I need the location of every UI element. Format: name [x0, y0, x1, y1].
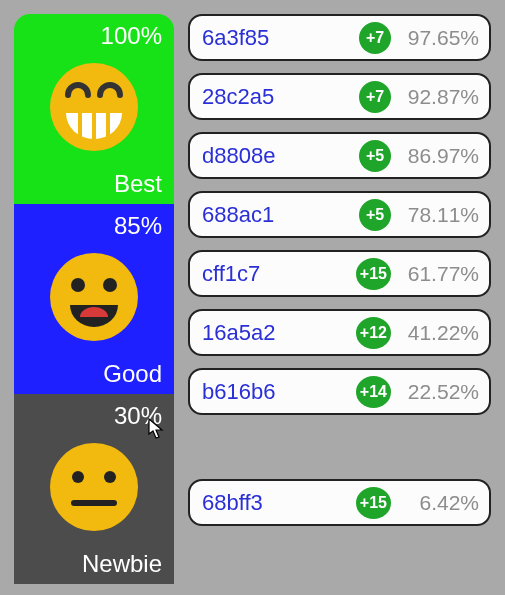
player-percent: 86.97%: [401, 144, 479, 168]
tier-newbie[interactable]: 30% Newbie: [14, 394, 174, 584]
player-id: 6a3f85: [202, 25, 359, 51]
face-grin-icon: [44, 57, 144, 157]
player-row[interactable]: b616b6 +14 22.52%: [188, 368, 491, 415]
player-row[interactable]: d8808e +5 86.97%: [188, 132, 491, 179]
player-percent: 78.11%: [401, 203, 479, 227]
tier-label: Good: [103, 360, 162, 388]
player-list: 6a3f85 +7 97.65% 28c2a5 +7 92.87% d8808e…: [188, 14, 491, 584]
player-id: 68bff3: [202, 490, 356, 516]
svg-point-4: [50, 253, 138, 341]
player-percent: 97.65%: [401, 26, 479, 50]
player-percent: 61.77%: [401, 262, 479, 286]
tier-label: Newbie: [82, 550, 162, 578]
player-id: 28c2a5: [202, 84, 359, 110]
player-id: cff1c7: [202, 261, 356, 287]
delta-badge: +15: [356, 258, 391, 290]
player-row[interactable]: 68bff3 +15 6.42%: [188, 479, 491, 526]
delta-badge: +12: [356, 317, 391, 349]
player-row[interactable]: cff1c7 +15 61.77%: [188, 250, 491, 297]
face-neutral-icon: [44, 437, 144, 537]
delta-badge: +5: [359, 140, 391, 172]
tier-percent: 30%: [114, 402, 162, 430]
delta-badge: +5: [359, 199, 391, 231]
tier-column: 100% Best 85% Good 30% Newbie: [14, 14, 174, 584]
player-percent: 92.87%: [401, 85, 479, 109]
tier-percent: 100%: [101, 22, 162, 50]
delta-badge: +7: [359, 81, 391, 113]
svg-point-8: [72, 471, 84, 483]
player-id: 16a5a2: [202, 320, 356, 346]
leaderboard-container: 100% Best 85% Good 30% Newbie: [0, 0, 505, 584]
player-row[interactable]: 28c2a5 +7 92.87%: [188, 73, 491, 120]
player-percent: 6.42%: [401, 491, 479, 515]
tier-label: Best: [114, 170, 162, 198]
list-gap: [188, 427, 491, 467]
svg-point-7: [50, 443, 138, 531]
player-row[interactable]: 688ac1 +5 78.11%: [188, 191, 491, 238]
player-id: 688ac1: [202, 202, 359, 228]
delta-badge: +7: [359, 22, 391, 54]
player-id: d8808e: [202, 143, 359, 169]
player-row[interactable]: 16a5a2 +12 41.22%: [188, 309, 491, 356]
face-smile-icon: [44, 247, 144, 347]
player-percent: 22.52%: [401, 380, 479, 404]
player-id: b616b6: [202, 379, 356, 405]
tier-best[interactable]: 100% Best: [14, 14, 174, 204]
player-percent: 41.22%: [401, 321, 479, 345]
tier-percent: 85%: [114, 212, 162, 240]
delta-badge: +14: [356, 376, 391, 408]
player-row[interactable]: 6a3f85 +7 97.65%: [188, 14, 491, 61]
svg-point-6: [103, 278, 117, 292]
delta-badge: +15: [356, 487, 391, 519]
svg-point-5: [71, 278, 85, 292]
tier-good[interactable]: 85% Good: [14, 204, 174, 394]
svg-point-9: [104, 471, 116, 483]
